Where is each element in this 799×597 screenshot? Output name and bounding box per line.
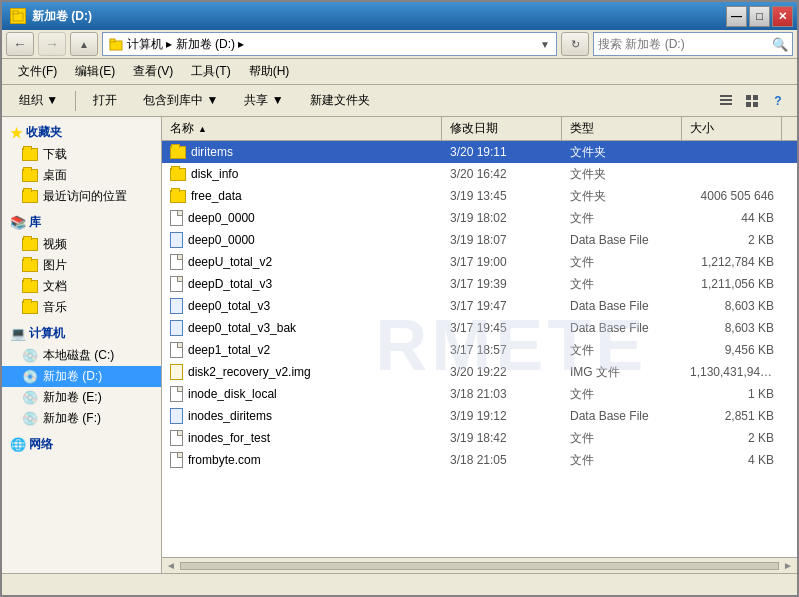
folder-icon <box>22 301 38 314</box>
svg-rect-9 <box>746 102 751 107</box>
sidebar-item-f-drive[interactable]: 💿 新加卷 (F:) <box>2 408 161 429</box>
table-row[interactable]: deep0_total_v3_bak 3/17 19:45 Data Base … <box>162 317 797 339</box>
database-file-icon <box>170 298 183 314</box>
sidebar-item-music[interactable]: 音乐 <box>2 297 161 318</box>
computer-header[interactable]: 💻 计算机 <box>2 322 161 345</box>
sidebar-item-pictures[interactable]: 图片 <box>2 255 161 276</box>
table-row[interactable]: inodes_diritems 3/19 19:12 Data Base Fil… <box>162 405 797 427</box>
view-details-icon <box>719 94 733 108</box>
file-name-cell: frombyte.com <box>162 450 442 470</box>
file-date-cell: 3/19 18:42 <box>442 429 562 447</box>
table-row[interactable]: deep1_total_v2 3/17 18:57 文件 9,456 KB <box>162 339 797 361</box>
back-button[interactable]: ← <box>6 32 34 56</box>
minimize-button[interactable]: — <box>726 6 747 27</box>
file-name: deep0_total_v3_bak <box>188 321 296 335</box>
table-row[interactable]: deep0_0000 3/19 18:07 Data Base File 2 K… <box>162 229 797 251</box>
table-row[interactable]: deep0_total_v3 3/17 19:47 Data Base File… <box>162 295 797 317</box>
file-name-cell: inodes_for_test <box>162 428 442 448</box>
database-file-icon <box>170 320 183 336</box>
restore-button[interactable]: □ <box>749 6 770 27</box>
sidebar-item-d-drive[interactable]: 💿 新加卷 (D:) <box>2 366 161 387</box>
sidebar-item-videos[interactable]: 视频 <box>2 234 161 255</box>
file-type-cell: 文件夹 <box>562 142 682 163</box>
column-header-size[interactable]: 大小 <box>682 117 782 140</box>
include-library-button[interactable]: 包含到库中 ▼ <box>134 88 227 113</box>
up-button[interactable]: ▲ <box>70 32 98 56</box>
table-row[interactable]: deep0_0000 3/19 18:02 文件 44 KB <box>162 207 797 229</box>
view-details-button[interactable] <box>715 90 737 112</box>
help-button[interactable]: ? <box>767 90 789 112</box>
favorites-section: ★ 收藏夹 下载 桌面 最近访问的位置 <box>2 121 161 207</box>
file-size-cell: 8,603 KB <box>682 319 782 337</box>
sidebar-item-e-drive[interactable]: 💿 新加卷 (E:) <box>2 387 161 408</box>
menu-tools[interactable]: 工具(T) <box>183 61 238 82</box>
organize-button[interactable]: 组织 ▼ <box>10 88 67 113</box>
sidebar-item-documents[interactable]: 文档 <box>2 276 161 297</box>
refresh-button[interactable]: ↻ <box>561 32 589 56</box>
file-name-cell: diritems <box>162 143 442 161</box>
col-type-label: 类型 <box>570 120 594 137</box>
file-size-cell: 8,603 KB <box>682 297 782 315</box>
table-row[interactable]: frombyte.com 3/18 21:05 文件 4 KB <box>162 449 797 471</box>
search-input[interactable] <box>598 37 768 51</box>
sidebar-item-desktop[interactable]: 桌面 <box>2 165 161 186</box>
file-size-cell: 1 KB <box>682 385 782 403</box>
search-icon[interactable]: 🔍 <box>772 37 788 52</box>
search-box[interactable]: 🔍 <box>593 32 793 56</box>
sidebar-item-c-drive[interactable]: 💿 本地磁盘 (C:) <box>2 345 161 366</box>
table-row[interactable]: disk_info 3/20 16:42 文件夹 <box>162 163 797 185</box>
sidebar: ★ 收藏夹 下载 桌面 最近访问的位置 📚 <box>2 117 162 573</box>
file-name: inodes_for_test <box>188 431 270 445</box>
folder-icon <box>22 169 38 182</box>
file-type-cell: 文件 <box>562 340 682 361</box>
column-header-type[interactable]: 类型 <box>562 117 682 140</box>
library-header[interactable]: 📚 库 <box>2 211 161 234</box>
address-input[interactable]: 计算机 ▸ 新加卷 (D:) ▸ ▼ <box>102 32 557 56</box>
close-button[interactable]: ✕ <box>772 6 793 27</box>
new-folder-button[interactable]: 新建文件夹 <box>301 88 379 113</box>
table-row[interactable]: deepU_total_v2 3/17 19:00 文件 1,212,784 K… <box>162 251 797 273</box>
file-date-cell: 3/18 21:05 <box>442 451 562 469</box>
sidebar-item-recent[interactable]: 最近访问的位置 <box>2 186 161 207</box>
sidebar-item-downloads[interactable]: 下载 <box>2 144 161 165</box>
file-name: deep0_0000 <box>188 211 255 225</box>
col-name-label: 名称 <box>170 120 194 137</box>
network-header[interactable]: 🌐 网络 <box>2 433 161 456</box>
menu-edit[interactable]: 编辑(E) <box>67 61 123 82</box>
menu-file[interactable]: 文件(F) <box>10 61 65 82</box>
column-header-date[interactable]: 修改日期 <box>442 117 562 140</box>
svg-rect-5 <box>720 99 732 101</box>
open-label: 打开 <box>93 92 117 109</box>
file-rows: diritems 3/20 19:11 文件夹 disk_info 3/20 1… <box>162 141 797 557</box>
file-icon <box>170 254 183 270</box>
menu-view[interactable]: 查看(V) <box>125 61 181 82</box>
file-size-cell: 2 KB <box>682 231 782 249</box>
folder-icon <box>170 190 186 203</box>
file-date-cell: 3/18 21:03 <box>442 385 562 403</box>
col-size-label: 大小 <box>690 120 714 137</box>
desktop-label: 桌面 <box>43 167 67 184</box>
library-label: 库 <box>29 214 41 231</box>
svg-rect-7 <box>746 95 751 100</box>
forward-button[interactable]: → <box>38 32 66 56</box>
table-row[interactable]: deepD_total_v3 3/17 19:39 文件 1,211,056 K… <box>162 273 797 295</box>
view-tiles-button[interactable] <box>741 90 763 112</box>
table-row[interactable]: inode_disk_local 3/18 21:03 文件 1 KB <box>162 383 797 405</box>
open-button[interactable]: 打开 <box>84 88 126 113</box>
svg-rect-6 <box>720 103 732 105</box>
col-date-label: 修改日期 <box>450 120 498 137</box>
folder-icon <box>22 238 38 251</box>
horizontal-scrollbar[interactable]: ◄ ► <box>162 557 797 573</box>
pictures-label: 图片 <box>43 257 67 274</box>
table-row[interactable]: free_data 3/19 13:45 文件夹 4006 505 646 <box>162 185 797 207</box>
file-icon <box>170 430 183 446</box>
favorites-header[interactable]: ★ 收藏夹 <box>2 121 161 144</box>
address-path: 计算机 ▸ 新加卷 (D:) ▸ <box>127 36 244 53</box>
table-row[interactable]: disk2_recovery_v2.img 3/20 19:22 IMG 文件 … <box>162 361 797 383</box>
table-row[interactable]: inodes_for_test 3/19 18:42 文件 2 KB <box>162 427 797 449</box>
menu-help[interactable]: 帮助(H) <box>241 61 298 82</box>
table-row[interactable]: diritems 3/20 19:11 文件夹 <box>162 141 797 163</box>
column-header-name[interactable]: 名称 ▲ <box>162 117 442 140</box>
file-name-cell: deep1_total_v2 <box>162 340 442 360</box>
share-button[interactable]: 共享 ▼ <box>235 88 292 113</box>
